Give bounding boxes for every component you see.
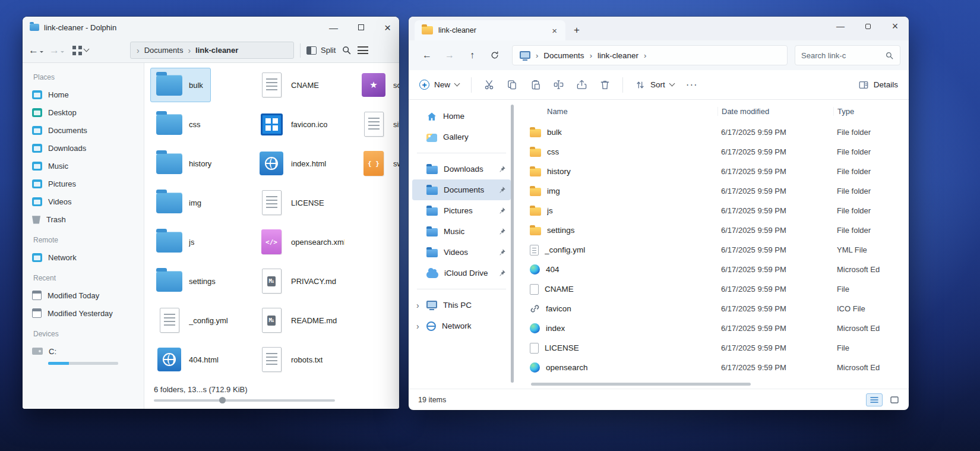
table-row[interactable]: js6/17/2025 9:59 PMFile folder — [530, 201, 909, 220]
search-button[interactable] — [342, 45, 352, 55]
sidebar-item-desktop[interactable]: Desktop — [32, 103, 144, 121]
table-row[interactable]: opensearch6/17/2025 9:59 PMMicrosoft Ed — [530, 358, 909, 377]
nav-item-icloud-drive[interactable]: iCloud Drive — [412, 263, 511, 283]
share-button[interactable] — [576, 79, 587, 90]
delete-button[interactable] — [599, 79, 611, 90]
up-button[interactable]: ↑ — [462, 46, 482, 65]
file-item[interactable]: ★scr — [355, 68, 399, 102]
sidebar-item-videos[interactable]: Videos — [32, 193, 144, 210]
nav-item-pictures[interactable]: Pictures — [412, 200, 511, 221]
dolphin-titlebar[interactable]: link-cleaner - Dolphin — × — [23, 17, 399, 38]
sidebar-item-c[interactable]: C: — [32, 342, 144, 360]
file-item[interactable]: settings — [150, 264, 223, 298]
thumbnail-view-button[interactable] — [886, 393, 903, 406]
rename-button[interactable] — [553, 79, 564, 90]
breadcrumb-parent[interactable]: Documents — [144, 46, 184, 55]
maximize-button[interactable] — [358, 24, 364, 30]
table-row[interactable]: css6/17/2025 9:59 PMFile folder — [530, 142, 909, 162]
breadcrumb[interactable]: › Documents › link-cleaner › — [512, 45, 788, 65]
paste-button[interactable] — [530, 79, 541, 90]
table-row[interactable]: history6/17/2025 9:59 PMFile folder — [530, 162, 909, 181]
nav-item-this-pc[interactable]: ›This PC — [412, 295, 511, 316]
view-mode-button[interactable] — [72, 46, 88, 55]
file-item[interactable]: robots.txt — [252, 342, 330, 377]
breadcrumb[interactable]: › Documents › link-cleaner — [130, 42, 294, 59]
table-row[interactable]: favicon6/17/2025 9:59 PMICO File — [530, 299, 909, 318]
table-row[interactable]: settings6/17/2025 9:59 PMFile folder — [530, 220, 909, 240]
file-item[interactable]: _config.yml — [150, 303, 236, 338]
breadcrumb-link-cleaner[interactable]: link-cleaner — [598, 51, 638, 60]
forward-button[interactable]: → — [440, 46, 460, 65]
file-item[interactable]: bulk — [150, 68, 211, 102]
nav-item-network[interactable]: ›Network — [412, 316, 511, 336]
file-item[interactable]: { }sw. — [355, 146, 399, 181]
zoom-slider-handle[interactable] — [219, 397, 226, 403]
file-item[interactable]: M↓PRIVACY.md — [252, 264, 344, 298]
nav-item-downloads[interactable]: Downloads — [412, 159, 511, 179]
horizontal-scrollbar[interactable] — [530, 379, 909, 389]
maximize-button[interactable] — [854, 17, 881, 36]
nav-item-music[interactable]: Music — [412, 221, 511, 242]
table-row[interactable]: img6/17/2025 9:59 PMFile folder — [530, 181, 909, 201]
forward-button[interactable]: → — [49, 45, 64, 56]
split-button[interactable]: Split — [306, 46, 336, 55]
chevron-right-icon[interactable]: › — [416, 301, 419, 310]
nav-item-documents[interactable]: Documents — [412, 179, 511, 200]
nav-item-home[interactable]: Home — [412, 106, 511, 127]
file-item[interactable]: 404.html — [150, 342, 226, 377]
minimize-button[interactable]: — — [827, 17, 854, 36]
column-header-type[interactable]: Type — [833, 107, 909, 116]
breadcrumb-current[interactable]: link-cleaner — [195, 46, 238, 55]
table-row[interactable]: _config.yml6/17/2025 9:59 PMYML File — [530, 240, 909, 260]
refresh-button[interactable] — [485, 46, 505, 65]
tab-close-icon[interactable]: × — [549, 26, 559, 36]
sort-button[interactable]: Sort — [635, 80, 674, 90]
new-tab-button[interactable]: + — [574, 24, 580, 36]
breadcrumb-documents[interactable]: Documents — [543, 51, 584, 60]
nav-item-gallery[interactable]: Gallery — [412, 127, 511, 147]
nav-item-videos[interactable]: Videos — [412, 242, 511, 263]
file-item[interactable]: M↓README.md — [252, 303, 344, 338]
sidebar-item-music[interactable]: Music — [32, 157, 144, 175]
close-button[interactable]: × — [384, 22, 391, 33]
sidebar-item-pictures[interactable]: Pictures — [32, 175, 144, 193]
sidebar-item-documents[interactable]: Documents — [32, 121, 144, 139]
column-header-name[interactable]: Name — [530, 107, 721, 116]
file-item[interactable]: CNAME — [252, 68, 327, 102]
column-header-date-modified[interactable]: Date modified — [717, 107, 833, 116]
sidebar-item-network[interactable]: Network — [32, 248, 144, 266]
file-item[interactable]: site — [355, 107, 399, 141]
details-button[interactable]: Details — [858, 80, 898, 90]
minimize-button[interactable]: — — [329, 23, 338, 32]
chevron-right-icon[interactable]: › — [416, 321, 419, 331]
details-view-button[interactable] — [866, 393, 883, 406]
file-item[interactable]: LICENSE — [252, 185, 332, 220]
sidebar-item-modified-today[interactable]: Modified Today — [32, 286, 144, 304]
file-item[interactable]: </>opensearch.xml — [252, 225, 352, 259]
file-item[interactable]: img — [150, 185, 209, 220]
sidebar-item-trash[interactable]: Trash — [32, 210, 144, 228]
tab-link-cleaner[interactable]: link-cleaner × — [415, 20, 565, 40]
file-item[interactable]: index.html — [252, 146, 334, 181]
file-item[interactable]: favicon.ico — [252, 107, 335, 141]
sidebar-item-modified-yesterday[interactable]: Modified Yesterday — [32, 304, 144, 322]
close-button[interactable]: × — [881, 17, 909, 36]
back-button[interactable]: ← — [29, 45, 43, 56]
copy-button[interactable] — [507, 79, 518, 90]
table-row[interactable]: 4046/17/2025 9:59 PMMicrosoft Ed — [530, 260, 909, 279]
new-button[interactable]: + New — [419, 80, 459, 90]
table-row[interactable]: LICENSE6/17/2025 9:59 PMFile — [530, 338, 909, 358]
sidebar-item-downloads[interactable]: Downloads — [32, 139, 144, 157]
menu-button[interactable] — [358, 46, 368, 54]
back-button[interactable]: ← — [417, 46, 437, 65]
scrollbar-thumb[interactable] — [531, 383, 751, 386]
more-button[interactable]: ··· — [686, 79, 698, 91]
table-row[interactable]: index6/17/2025 9:59 PMMicrosoft Ed — [530, 318, 909, 338]
zoom-slider[interactable] — [154, 399, 335, 402]
file-item[interactable]: js — [150, 225, 202, 259]
table-row[interactable]: bulk6/17/2025 9:59 PMFile folder — [530, 122, 909, 142]
table-row[interactable]: CNAME6/17/2025 9:59 PMFile — [530, 279, 909, 299]
file-item[interactable]: css — [150, 107, 208, 141]
sidebar-item-home[interactable]: Home — [32, 86, 144, 103]
sidebar-scrollbar[interactable] — [511, 105, 514, 383]
